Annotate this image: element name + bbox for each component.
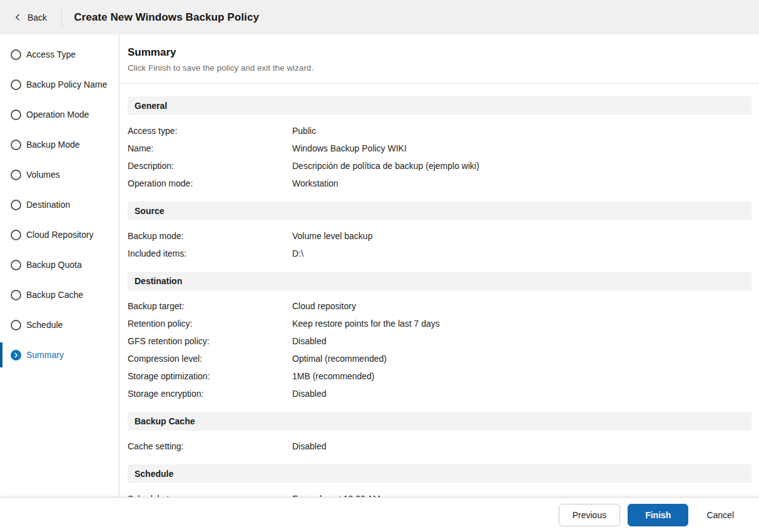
sidebar-item-backup-mode[interactable]: Backup Mode [0,130,119,160]
step-subtitle: Click Finish to save the policy and exit… [128,63,751,73]
chevron-left-icon [14,13,22,21]
step-circle-icon [11,320,21,330]
section-header: Backup Cache [128,412,751,431]
summary-section: Source Backup mode: Volume level backup … [128,202,751,272]
step-circle-icon [11,170,21,180]
summary-row: Included items: D:\ [128,245,751,262]
row-label: Compression level: [128,354,292,364]
previous-button[interactable]: Previous [559,504,620,526]
chevron-right-icon [11,350,21,361]
step-label: Access Type [26,49,76,59]
row-label: Storage optimization: [128,371,292,381]
row-value: Cloud repository [292,301,356,311]
section-header: Destination [128,272,751,290]
row-value: Public [292,126,316,136]
step-label: Operation Mode [26,110,89,120]
finish-button[interactable]: Finish [628,504,688,526]
step-circle-icon [11,110,21,120]
step-label: Cloud Repository [26,230,93,240]
step-circle-icon [11,230,21,240]
row-label: GFS retention policy: [128,336,292,346]
section-header: General [128,96,751,115]
row-label: Retention policy: [128,319,292,329]
sidebar-item-schedule[interactable]: Schedule [0,310,119,340]
summary-row: Cache setting: Disabled [128,437,751,455]
cancel-button[interactable]: Cancel [700,504,740,526]
step-circle-icon [11,260,21,270]
row-value: Disabled [292,336,326,346]
summary-section: Schedule Schedule type: Every day at 12:… [128,464,751,497]
summary-section: Backup Cache Cache setting: Disabled [128,412,751,464]
summary-section: General Access type: Public Name: Window… [128,96,751,202]
step-label: Summary [26,350,64,360]
step-label: Schedule [26,320,63,330]
sidebar-item-destination[interactable]: Destination [0,190,119,220]
step-label: Backup Mode [26,140,80,150]
step-label: Volumes [26,170,60,180]
summary-row: Schedule type: Every day at 12:30 AM [128,490,751,497]
step-title: Summary [128,46,751,59]
row-value: 1MB (recommended) [292,371,375,381]
step-label: Backup Policy Name [26,79,107,90]
row-value: Windows Backup Policy WIKI [292,143,407,153]
summary-row: Backup mode: Volume level backup [128,227,751,245]
row-value: D:\ [292,248,303,258]
row-label: Operation mode: [128,178,292,188]
page-title: Create New Windows Backup Policy [74,11,259,24]
sidebar-item-summary[interactable]: Summary [0,340,119,370]
wizard-footer: Previous Finish Cancel [0,497,759,532]
row-label: Included items: [128,248,292,258]
summary-section: Destination Backup target: Cloud reposit… [128,272,751,412]
wizard-steps: Access Type Backup Policy Name Operation… [0,34,120,497]
summary-row: Compression level: Optimal (recommended) [128,350,751,367]
sidebar-item-volumes[interactable]: Volumes [0,160,119,190]
step-circle-icon [11,140,21,150]
step-circle-icon [11,79,21,90]
back-label: Back [28,13,47,23]
wizard-header: Back Create New Windows Backup Policy [0,0,759,34]
sidebar-item-access-type[interactable]: Access Type [0,39,119,69]
summary-row: Access type: Public [128,122,751,140]
row-label: Description: [128,161,292,171]
step-label: Backup Cache [26,290,83,300]
row-label: Backup target: [128,301,292,311]
summary-row: Storage encryption: Disabled [128,385,751,402]
sidebar-item-backup-policy-name[interactable]: Backup Policy Name [0,69,119,100]
step-circle-icon [11,49,21,60]
summary-row: Backup target: Cloud repository [128,297,751,315]
summary-row: Description: Descripción de política de … [128,157,751,175]
row-value: Optimal (recommended) [292,354,387,364]
step-label: Destination [26,200,70,210]
sidebar-item-operation-mode[interactable]: Operation Mode [0,100,119,130]
row-value: Keep restore points for the last 7 days [292,319,440,329]
back-button[interactable]: Back [8,8,53,28]
step-circle-icon [11,200,21,210]
row-label: Storage encryption: [128,389,292,399]
sidebar-item-cloud-repository[interactable]: Cloud Repository [0,220,119,250]
sidebar-item-backup-quota[interactable]: Backup Quota [0,250,119,280]
row-value: Volume level backup [292,231,372,241]
row-value: Descripción de política de backup (ejemp… [292,161,479,171]
section-header: Source [128,202,751,220]
summary-row: Retention policy: Keep restore points fo… [128,315,751,332]
step-label: Backup Quota [26,260,82,270]
row-label: Access type: [128,126,292,136]
row-label: Backup mode: [128,231,292,241]
row-label: Name: [128,143,292,153]
summary-row: Storage optimization: 1MB (recommended) [128,367,751,385]
row-value: Disabled [292,441,326,451]
header-divider [61,8,62,27]
summary-panel: Summary Click Finish to save the policy … [120,34,759,497]
sidebar-item-backup-cache[interactable]: Backup Cache [0,280,119,310]
summary-row: GFS retention policy: Disabled [128,332,751,350]
row-value: Workstation [292,178,339,188]
section-header: Schedule [128,464,751,483]
summary-row: Operation mode: Workstation [128,175,751,192]
summary-row: Name: Windows Backup Policy WIKI [128,140,751,157]
row-value: Disabled [292,389,326,399]
step-circle-icon [11,290,21,300]
row-label: Cache setting: [128,441,292,451]
